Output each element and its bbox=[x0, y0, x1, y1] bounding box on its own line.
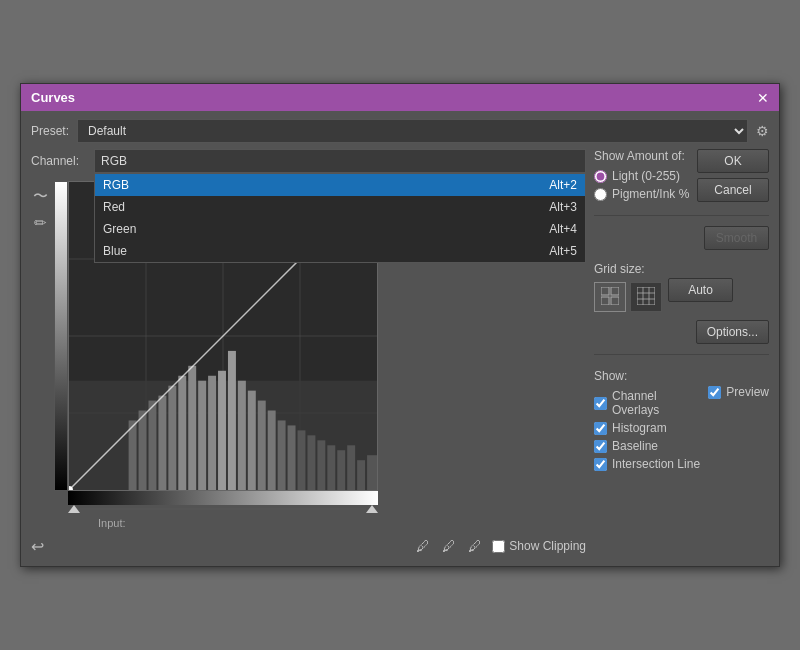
intersection-line-checkbox[interactable] bbox=[594, 458, 607, 471]
pigment-label: Pigment/Ink % bbox=[612, 187, 689, 201]
svg-rect-35 bbox=[601, 287, 609, 295]
channel-option-rgb[interactable]: RGBAlt+2 bbox=[95, 174, 585, 196]
pigment-radio-row: Pigment/Ink % bbox=[594, 187, 691, 201]
light-radio[interactable] bbox=[594, 170, 607, 183]
close-button[interactable]: ✕ bbox=[757, 91, 769, 105]
check-channel-overlays: Channel Overlays bbox=[594, 389, 702, 417]
channel-option-green[interactable]: GreenAlt+4 bbox=[95, 218, 585, 240]
svg-rect-26 bbox=[317, 440, 325, 490]
curve-tool-button[interactable]: 〜 bbox=[31, 185, 50, 208]
show-title: Show: bbox=[594, 369, 702, 383]
svg-rect-36 bbox=[611, 287, 619, 295]
channel-dropdown: RGBAlt+2 RedAlt+3 GreenAlt+4 BlueAlt+5 bbox=[94, 173, 586, 263]
gear-button[interactable]: ⚙ bbox=[756, 123, 769, 139]
show-amount-title: Show Amount of: bbox=[594, 149, 691, 163]
cancel-button[interactable]: Cancel bbox=[697, 178, 769, 202]
svg-rect-43 bbox=[637, 287, 655, 305]
gray-point-eyedropper[interactable]: 🖊 bbox=[440, 536, 458, 556]
auto-button[interactable]: Auto bbox=[668, 278, 733, 302]
main-area: Channel: RGB Red Green Blue RGBAlt+2 bbox=[31, 149, 769, 556]
svg-rect-24 bbox=[298, 430, 306, 490]
slider-track bbox=[80, 508, 366, 510]
curves-dialog: Curves ✕ Preset: Default Custom ⚙ Channe… bbox=[20, 83, 780, 567]
preview-check-row: Preview bbox=[708, 385, 769, 399]
svg-rect-9 bbox=[148, 401, 156, 490]
svg-rect-13 bbox=[188, 366, 196, 490]
svg-rect-8 bbox=[139, 411, 147, 490]
channel-option-red[interactable]: RedAlt+3 bbox=[95, 196, 585, 218]
channel-select-wrapper: RGB Red Green Blue RGBAlt+2 RedAlt+3 bbox=[94, 149, 586, 173]
svg-rect-12 bbox=[178, 376, 186, 490]
show-clipping-checkbox[interactable] bbox=[492, 540, 505, 553]
top-right-section: Show Amount of: Light (0-255) Pigment/In… bbox=[594, 149, 769, 205]
svg-rect-11 bbox=[168, 386, 176, 490]
auto-section: Auto bbox=[668, 258, 733, 302]
left-triangle[interactable] bbox=[68, 505, 80, 513]
dialog-title: Curves bbox=[31, 90, 75, 105]
grid-4x4-button[interactable] bbox=[594, 282, 626, 312]
horizontal-gradient bbox=[68, 491, 378, 505]
pigment-radio[interactable] bbox=[594, 188, 607, 201]
right-triangle[interactable] bbox=[366, 505, 378, 513]
check-baseline: Baseline bbox=[594, 439, 702, 453]
grid-size-section: Grid size: bbox=[594, 262, 662, 312]
show-amount-section: Show Amount of: Light (0-255) Pigment/In… bbox=[594, 149, 691, 205]
channel-overlays-label: Channel Overlays bbox=[612, 389, 702, 417]
show-preview-section: Show: Channel Overlays Histogram Baselin… bbox=[594, 365, 769, 475]
show-section: Show: Channel Overlays Histogram Baselin… bbox=[594, 369, 702, 475]
svg-rect-18 bbox=[238, 381, 246, 490]
preset-select[interactable]: Default Custom bbox=[77, 119, 748, 143]
svg-rect-17 bbox=[228, 351, 236, 490]
svg-rect-31 bbox=[367, 455, 377, 490]
white-point-eyedropper[interactable]: 🖊 bbox=[466, 536, 484, 556]
separator-1 bbox=[594, 215, 769, 216]
show-clipping-label: Show Clipping bbox=[509, 539, 586, 553]
reset-button[interactable]: ↩ bbox=[31, 537, 44, 556]
preset-row: Preset: Default Custom ⚙ bbox=[31, 119, 769, 143]
smooth-button[interactable]: Smooth bbox=[704, 226, 769, 250]
input-label: Input: bbox=[98, 517, 126, 529]
baseline-checkbox[interactable] bbox=[594, 440, 607, 453]
channel-label: Channel: bbox=[31, 154, 86, 168]
svg-rect-16 bbox=[218, 371, 226, 490]
svg-rect-30 bbox=[357, 460, 365, 490]
channel-select[interactable]: RGB Red Green Blue bbox=[94, 149, 586, 173]
left-panel: Channel: RGB Red Green Blue RGBAlt+2 bbox=[31, 149, 586, 556]
grid-size-title: Grid size: bbox=[594, 262, 662, 276]
svg-rect-22 bbox=[278, 420, 286, 490]
ok-button[interactable]: OK bbox=[697, 149, 769, 173]
light-label: Light (0-255) bbox=[612, 169, 680, 183]
show-clipping-check: Show Clipping bbox=[492, 539, 586, 553]
channel-option-blue[interactable]: BlueAlt+5 bbox=[95, 240, 585, 262]
svg-rect-25 bbox=[307, 435, 315, 490]
curve-tools: 〜 ✏ bbox=[31, 181, 50, 530]
svg-rect-14 bbox=[198, 381, 206, 490]
dialog-body: Preset: Default Custom ⚙ Channel: RGB Re… bbox=[21, 111, 779, 566]
preview-checkbox[interactable] bbox=[708, 386, 721, 399]
svg-rect-19 bbox=[248, 391, 256, 490]
separator-2 bbox=[594, 354, 769, 355]
svg-rect-21 bbox=[268, 411, 276, 490]
right-panel: Show Amount of: Light (0-255) Pigment/In… bbox=[594, 149, 769, 556]
preset-label: Preset: bbox=[31, 124, 69, 138]
options-row: Options... bbox=[594, 320, 769, 344]
pencil-tool-button[interactable]: ✏ bbox=[32, 212, 49, 234]
svg-rect-10 bbox=[158, 396, 166, 490]
histogram-checkbox[interactable] bbox=[594, 422, 607, 435]
svg-rect-28 bbox=[337, 450, 345, 490]
title-bar: Curves ✕ bbox=[21, 84, 779, 111]
preview-section: Preview bbox=[708, 365, 769, 475]
svg-rect-20 bbox=[258, 401, 266, 490]
svg-rect-23 bbox=[288, 425, 296, 490]
vertical-gradient bbox=[54, 181, 68, 491]
black-point-eyedropper[interactable]: 🖊 bbox=[414, 536, 432, 556]
svg-rect-38 bbox=[611, 297, 619, 305]
channel-overlays-checkbox[interactable] bbox=[594, 397, 607, 410]
svg-rect-27 bbox=[327, 445, 335, 490]
intersection-line-label: Intersection Line bbox=[612, 457, 700, 471]
baseline-label: Baseline bbox=[612, 439, 658, 453]
bottom-gradient-row bbox=[68, 491, 378, 505]
grid-10x10-button[interactable] bbox=[630, 282, 662, 312]
options-button[interactable]: Options... bbox=[696, 320, 769, 344]
histogram-label: Histogram bbox=[612, 421, 667, 435]
